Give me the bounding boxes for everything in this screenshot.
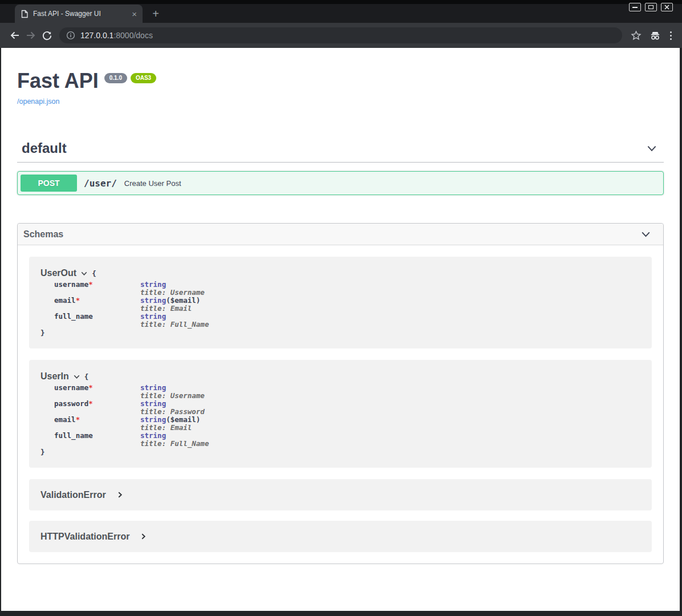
property-row: password* string title: Password [54,400,209,416]
property-name: full_name [54,312,93,321]
close-tab-icon[interactable]: × [132,10,137,18]
back-button[interactable] [7,27,23,43]
page-viewport: Fast API 0.1.0 OAS3 /openapi.json defaul… [1,48,680,611]
required-star: * [88,399,93,408]
tab-title: Fast API - Swagger UI [33,10,127,18]
property-name: email [54,296,76,305]
model-properties: username* string title: Username email* … [54,281,209,329]
schemas-body: UserOut { username* string title: Userna… [18,245,663,564]
tag-section-default: default POST /user/ Create User Post [17,135,664,195]
bookmark-star-icon [631,30,642,41]
property-type: string [140,296,166,305]
required-star: * [76,296,80,305]
property-type: string [140,415,166,424]
model-title[interactable]: ValidationError [40,490,106,500]
property-type: string [140,431,166,440]
model-header[interactable]: UserIn { [40,371,640,382]
required-star: * [88,383,93,392]
reload-icon [42,30,52,41]
schema-model-userout: UserOut { username* string title: Userna… [29,257,652,348]
schemas-section: Schemas UserOut { username* [17,223,664,564]
close-window-button[interactable] [661,3,673,11]
property-format: ($email) [166,296,200,305]
forward-button[interactable] [23,27,39,43]
oas3-badge: OAS3 [131,73,156,83]
method-badge: POST [21,175,77,192]
chevron-down-icon[interactable] [646,142,658,155]
property-title: title: Email [140,424,209,432]
chevron-right-icon[interactable] [116,491,124,499]
openapi-spec-link[interactable]: /openapi.json [17,98,59,106]
schemas-header[interactable]: Schemas [18,224,663,245]
property-name: username [54,280,88,289]
reload-button[interactable] [39,27,55,43]
property-name: password [54,399,88,408]
url-host: 127.0.0.1 [80,31,113,40]
browser-window: Fast API - Swagger UI × + [0,0,682,616]
endpoint-path: /user/ [84,178,117,189]
property-row: email* string($email) title: Email [54,416,209,432]
browser-tab[interactable]: Fast API - Swagger UI × [15,5,143,23]
incognito-indicator [647,27,663,43]
incognito-icon [649,29,661,42]
menu-dots-icon [670,35,672,37]
open-brace: { [92,269,96,278]
back-icon [9,30,21,41]
property-row: full_name string title: Full_Name [54,432,209,448]
property-format: ($email) [166,415,200,424]
forward-icon [25,30,36,41]
new-tab-button[interactable]: + [148,7,163,21]
model-properties: username* string title: Username passwor… [54,384,209,448]
required-star: * [88,280,93,289]
property-type: string [140,312,166,321]
property-row: username* string title: Username [54,384,209,400]
url-text[interactable]: 127.0.0.1:8000/docs [80,31,153,40]
version-badge: 0.1.0 [104,73,127,83]
chevron-down-icon[interactable] [80,270,88,277]
site-info-icon[interactable] [66,31,75,40]
tag-title: default [22,140,67,156]
address-bar[interactable]: 127.0.0.1:8000/docs [59,27,622,43]
chevron-down-icon[interactable] [73,373,80,380]
property-title: title: Full_Name [140,440,209,448]
minimize-button[interactable] [629,3,641,11]
menu-dots-icon [670,38,672,40]
tab-strip: Fast API - Swagger UI × + [0,0,682,23]
property-name: full_name [54,431,93,440]
property-title: title: Email [140,305,209,313]
property-title: title: Username [140,289,209,297]
maximize-icon [648,5,653,9]
browser-menu-button[interactable] [667,28,675,43]
property-type: string [140,280,166,289]
schema-model-userin: UserIn { username* string title: Usernam… [29,360,652,468]
bookmark-star-button[interactable] [628,27,644,43]
tag-header[interactable]: default [17,135,664,163]
chevron-down-icon[interactable] [640,228,652,240]
property-title: title: Username [140,392,209,400]
model-title[interactable]: UserOut [40,268,76,278]
property-row: email* string($email) title: Email [54,297,209,313]
model-title[interactable]: UserIn [40,371,69,382]
model-title[interactable]: HTTPValidationError [40,532,129,542]
menu-dots-icon [670,31,672,33]
opblock-post-user[interactable]: POST /user/ Create User Post [17,171,664,195]
minimize-icon [632,7,638,8]
property-name: username [54,383,88,392]
close-window-icon [664,5,669,10]
property-type: string [140,383,166,392]
swagger-ui: Fast API 0.1.0 OAS3 /openapi.json defaul… [1,48,680,564]
model-header[interactable]: UserOut { [40,268,640,278]
property-name: email [54,415,76,424]
chevron-right-icon[interactable] [140,533,147,540]
schema-model-httpvalidationerror[interactable]: HTTPValidationError [29,521,652,552]
property-row: full_name string title: Full_Name [54,313,209,329]
required-star: * [76,415,80,424]
property-title: title: Full_Name [140,321,209,329]
maximize-button[interactable] [645,3,657,11]
schema-model-validationerror[interactable]: ValidationError [29,479,652,510]
window-controls [629,3,673,11]
url-path: :8000/docs [113,31,153,40]
property-type: string [140,399,166,408]
page-title: Fast API [17,69,99,93]
page-icon [21,10,29,18]
